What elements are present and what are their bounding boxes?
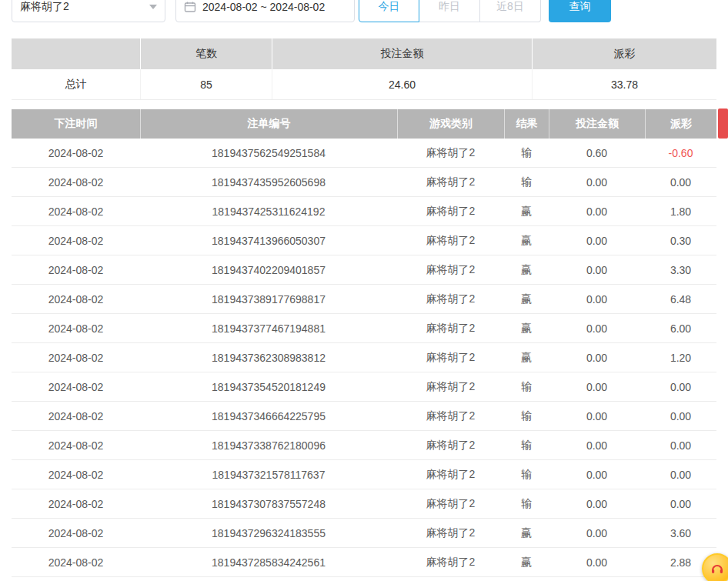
result-cell: 赢 <box>504 285 549 313</box>
bet-time-cell: 2024-08-02 <box>12 460 140 489</box>
payout-cell: 0.30 <box>645 226 716 255</box>
result-cell: 输 <box>504 460 549 489</box>
table-row: 2024-08-02 1819437362308983812 麻将胡了2 赢 0… <box>12 343 716 372</box>
result-cell: 输 <box>504 431 549 459</box>
header-payout: 派彩 <box>645 109 716 139</box>
game-type-cell: 麻将胡了2 <box>397 285 504 313</box>
payout-cell: 1.20 <box>645 343 716 372</box>
result-cell: 输 <box>504 372 549 401</box>
header-result: 结果 <box>504 109 549 139</box>
table-row: 2024-08-02 1819437377467194881 麻将胡了2 赢 0… <box>12 314 716 343</box>
table-row: 2024-08-02 1819437425311624192 麻将胡了2 赢 0… <box>12 197 716 226</box>
result-cell: 输 <box>504 489 549 518</box>
order-number-cell: 1819437425311624192 <box>140 197 397 225</box>
bet-time-cell: 2024-08-02 <box>12 255 140 284</box>
order-number-cell: 1819437346664225795 <box>140 402 397 430</box>
summary-table: 笔数 投注金额 派彩 总计 85 24.60 33.78 <box>12 38 716 100</box>
date-range-picker[interactable]: 2024-08-02 ~ 2024-08-02 <box>175 0 355 22</box>
summary-header-bet-amount: 投注金额 <box>272 38 532 69</box>
bet-amount-cell: 0.60 <box>549 139 645 167</box>
payout-cell: 0.00 <box>645 372 716 401</box>
game-type-cell: 麻将胡了2 <box>397 197 504 225</box>
game-type-cell: 麻将胡了2 <box>397 372 504 401</box>
result-cell: 赢 <box>504 314 549 342</box>
query-button[interactable]: 查询 <box>549 0 611 22</box>
order-number-cell: 1819437377467194881 <box>140 314 397 342</box>
summary-total-bet-amount: 24.60 <box>272 69 532 99</box>
date-range-value: 2024-08-02 ~ 2024-08-02 <box>202 1 325 13</box>
order-number-cell: 1819437307837557248 <box>140 489 397 518</box>
chevron-down-icon <box>149 5 157 9</box>
bet-time-cell: 2024-08-02 <box>12 139 140 167</box>
result-cell: 赢 <box>504 343 549 372</box>
summary-header-blank <box>12 38 140 69</box>
bet-time-cell: 2024-08-02 <box>12 168 140 196</box>
header-bet-time: 下注时间 <box>12 109 140 139</box>
result-cell: 赢 <box>504 519 549 547</box>
records-table-body: 2024-08-02 1819437562549251584 麻将胡了2 输 0… <box>12 139 716 577</box>
game-select[interactable]: 麻将胡了2 <box>12 0 165 22</box>
bet-records-page: 麻将胡了2 2024-08-02 ~ 2024-08-02 今日 昨日 近8日 … <box>0 0 728 577</box>
scrollbar-thumb[interactable] <box>718 109 728 139</box>
game-type-cell: 麻将胡了2 <box>397 255 504 284</box>
game-type-cell: 麻将胡了2 <box>397 139 504 167</box>
result-cell: 输 <box>504 402 549 430</box>
bet-amount-cell: 0.00 <box>549 548 645 576</box>
summary-total-label: 总计 <box>12 69 140 99</box>
game-select-value: 麻将胡了2 <box>20 0 69 14</box>
order-number-cell: 1819437435952605698 <box>140 168 397 196</box>
summary-total-payout: 33.78 <box>532 69 716 99</box>
header-order-number: 注单编号 <box>140 109 397 139</box>
game-type-cell: 麻将胡了2 <box>397 489 504 518</box>
bet-amount-cell: 0.00 <box>549 372 645 401</box>
table-row: 2024-08-02 1819437389177698817 麻将胡了2 赢 0… <box>12 285 716 314</box>
header-bet-amount: 投注金额 <box>549 109 645 139</box>
bet-time-cell: 2024-08-02 <box>12 519 140 547</box>
game-type-cell: 麻将胡了2 <box>397 460 504 489</box>
quick-filter-yesterday[interactable]: 昨日 <box>419 0 480 22</box>
bet-time-cell: 2024-08-02 <box>12 314 140 342</box>
bet-time-cell: 2024-08-02 <box>12 548 140 576</box>
order-number-cell: 1819437354520181249 <box>140 372 397 401</box>
bet-amount-cell: 0.00 <box>549 343 645 372</box>
floating-support-button[interactable] <box>702 553 728 581</box>
payout-cell: 6.00 <box>645 314 716 342</box>
game-type-cell: 麻将胡了2 <box>397 168 504 196</box>
order-number-cell: 1819437389177698817 <box>140 285 397 313</box>
bet-amount-cell: 0.00 <box>549 226 645 255</box>
table-row: 2024-08-02 1819437307837557248 麻将胡了2 输 0… <box>12 489 716 519</box>
bet-amount-cell: 0.00 <box>549 489 645 518</box>
bet-time-cell: 2024-08-02 <box>12 431 140 459</box>
payout-cell: 0.00 <box>645 460 716 489</box>
table-row: 2024-08-02 1819437338762180096 麻将胡了2 输 0… <box>12 431 716 460</box>
bet-amount-cell: 0.00 <box>549 402 645 430</box>
payout-cell: -0.60 <box>645 139 716 167</box>
bet-amount-cell: 0.00 <box>549 460 645 489</box>
bet-amount-cell: 0.00 <box>549 285 645 313</box>
table-row: 2024-08-02 1819437354520181249 麻将胡了2 输 0… <box>12 372 716 402</box>
game-type-cell: 麻将胡了2 <box>397 402 504 430</box>
summary-header-row: 笔数 投注金额 派彩 <box>12 38 716 69</box>
payout-cell: 0.00 <box>645 168 716 196</box>
game-type-cell: 麻将胡了2 <box>397 548 504 576</box>
quick-filter-today[interactable]: 今日 <box>359 0 419 22</box>
bet-amount-cell: 0.00 <box>549 255 645 284</box>
result-cell: 输 <box>504 139 549 167</box>
table-row: 2024-08-02 1819437435952605698 麻将胡了2 输 0… <box>12 168 716 197</box>
summary-total-count: 85 <box>140 69 272 99</box>
bet-amount-cell: 0.00 <box>549 431 645 459</box>
bet-time-cell: 2024-08-02 <box>12 402 140 430</box>
payout-cell: 0.00 <box>645 431 716 459</box>
game-type-cell: 麻将胡了2 <box>397 431 504 459</box>
quick-filter-last8days[interactable]: 近8日 <box>480 0 541 22</box>
bet-time-cell: 2024-08-02 <box>12 285 140 313</box>
records-table: 下注时间 注单编号 游戏类别 结果 投注金额 派彩 2024-08-02 181… <box>12 109 716 577</box>
order-number-cell: 1819437321578117637 <box>140 460 397 489</box>
order-number-cell: 1819437562549251584 <box>140 139 397 167</box>
bet-amount-cell: 0.00 <box>549 168 645 196</box>
header-game-type: 游戏类别 <box>397 109 504 139</box>
quick-filter-group: 今日 昨日 近8日 <box>359 0 541 22</box>
summary-header-payout: 派彩 <box>532 38 716 69</box>
order-number-cell: 1819437362308983812 <box>140 343 397 372</box>
order-number-cell: 1819437413966050307 <box>140 226 397 255</box>
